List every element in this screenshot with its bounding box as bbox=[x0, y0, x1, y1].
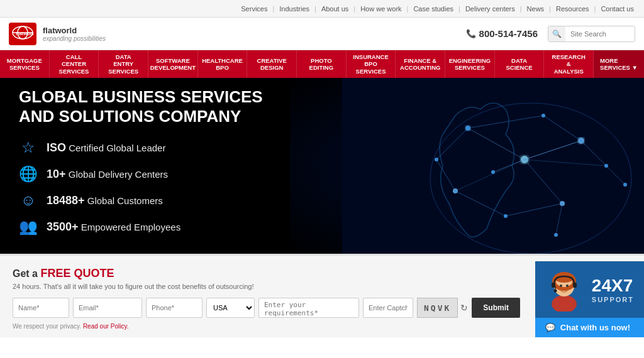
svg-point-37 bbox=[560, 285, 562, 287]
support-info: 24X7 SUPPORT bbox=[592, 276, 634, 303]
nav-research[interactable]: RESEARCH &ANALYSIS bbox=[544, 50, 594, 78]
nav-software[interactable]: SOFTWAREDEVELOPMENT bbox=[148, 50, 198, 78]
svg-rect-40 bbox=[573, 283, 577, 288]
hero-section: GLOBAL BUSINESS SERVICESAND SOLUTIONS CO… bbox=[0, 78, 644, 254]
nav-link-services[interactable]: Services bbox=[237, 5, 271, 13]
hero-background bbox=[290, 78, 644, 254]
nav-link-delivery[interactable]: Delivery centers bbox=[462, 5, 519, 13]
captcha-input[interactable] bbox=[363, 298, 413, 318]
submit-button[interactable]: Submit bbox=[472, 298, 520, 318]
email-input[interactable] bbox=[73, 298, 142, 318]
nav-finance[interactable]: FINANCE &ACCOUNTING bbox=[396, 50, 445, 78]
hero-title: GLOBAL BUSINESS SERVICESAND SOLUTIONS CO… bbox=[19, 87, 303, 126]
search-input[interactable] bbox=[565, 26, 635, 41]
hero-stat-customers: ☺ 18488+ Global Customers bbox=[19, 192, 303, 209]
captcha-refresh-icon[interactable]: ↻ bbox=[460, 303, 468, 313]
phone-input[interactable] bbox=[146, 298, 203, 318]
nav-link-industries[interactable]: Industries bbox=[275, 5, 313, 13]
chat-now-bar[interactable]: 💬 Chat with us now! bbox=[535, 318, 644, 337]
support-widget: 24X7 SUPPORT 💬 Chat with us now! bbox=[535, 261, 644, 337]
nav-link-contact[interactable]: Contact us bbox=[597, 5, 638, 13]
search-icon: 🔍 bbox=[548, 26, 565, 41]
top-bar: Services | Industries | About us | How w… bbox=[0, 0, 644, 18]
nav-mortgage[interactable]: MORTGAGESERVICES bbox=[0, 50, 50, 78]
nav-link-news[interactable]: News bbox=[523, 5, 548, 13]
nav-healthcare[interactable]: HEALTHCAREBPO bbox=[198, 50, 248, 78]
svg-point-33 bbox=[552, 295, 577, 312]
svg-text:flatworld: flatworld bbox=[16, 31, 34, 36]
nav-insurance[interactable]: INSURANCEBPO SERVICES bbox=[347, 50, 396, 78]
search-box[interactable]: 🔍 bbox=[548, 26, 635, 42]
hero-stat-delivery: 🌐 10+ Global Delivery Centers bbox=[19, 165, 303, 183]
nav-link-how[interactable]: How we work bbox=[357, 5, 405, 13]
captcha-box: NQVK ↻ bbox=[417, 298, 468, 318]
svg-point-38 bbox=[566, 285, 569, 287]
nav-link-about[interactable]: About us bbox=[318, 5, 352, 13]
star-icon: ☆ bbox=[19, 139, 38, 156]
nav-data[interactable]: DATASCIENCE bbox=[495, 50, 545, 78]
main-nav: MORTGAGESERVICES CALL CENTERSERVICES DAT… bbox=[0, 50, 644, 78]
support-247-label: 24X7 bbox=[592, 276, 633, 296]
svg-rect-39 bbox=[552, 283, 555, 288]
nav-link-cases[interactable]: Case studies bbox=[409, 5, 457, 13]
privacy-policy-link[interactable]: Read our Policy. bbox=[83, 323, 129, 330]
site-header: flatworld flatworld expanding possibilit… bbox=[0, 18, 644, 50]
nav-link-resources[interactable]: Resources bbox=[552, 5, 593, 13]
nav-more-services[interactable]: MORESERVICES ▼ bbox=[594, 50, 644, 78]
nav-dataentry[interactable]: DATA ENTRYSERVICES bbox=[99, 50, 148, 78]
chat-icon: 💬 bbox=[545, 323, 555, 332]
chat-label: Chat with us now! bbox=[560, 323, 630, 332]
nav-engineering[interactable]: ENGINEERINGSERVICES bbox=[445, 50, 495, 78]
phone-number: 📞 800-514-7456 bbox=[466, 28, 538, 39]
nav-photo[interactable]: PHOTOEDITING bbox=[297, 50, 347, 78]
agent-avatar bbox=[545, 268, 583, 312]
svg-rect-4 bbox=[342, 78, 644, 254]
hero-stat-employees: 👥 3500+ Empowered Employees bbox=[19, 218, 303, 236]
globe-icon: 🌐 bbox=[19, 165, 38, 183]
people-icon: 👥 bbox=[19, 218, 38, 236]
phone-icon: 📞 bbox=[466, 29, 476, 38]
support-word-label: SUPPORT bbox=[592, 296, 634, 303]
logo-icon[interactable]: flatworld bbox=[9, 23, 36, 45]
smile-icon: ☺ bbox=[19, 192, 38, 209]
nav-creative[interactable]: CREATIVEDESIGN bbox=[247, 50, 297, 78]
hero-content: GLOBAL BUSINESS SERVICESAND SOLUTIONS CO… bbox=[0, 78, 322, 254]
nav-callcenter[interactable]: CALL CENTERSERVICES bbox=[50, 50, 99, 78]
svg-point-42 bbox=[553, 290, 557, 293]
name-input[interactable] bbox=[13, 298, 69, 318]
country-select[interactable]: USA UK Canada Australia India bbox=[206, 298, 255, 318]
header-right: 📞 800-514-7456 🔍 bbox=[466, 26, 635, 42]
logo-area: flatworld flatworld expanding possibilit… bbox=[9, 23, 106, 45]
quote-wrapper: Get a FREE QUOTE 24 hours. That's all it… bbox=[0, 254, 644, 337]
captcha-image: NQVK bbox=[417, 298, 458, 318]
logo-symbol: flatworld bbox=[11, 24, 34, 43]
logo-tagline: flatworld expanding possibilities bbox=[43, 26, 106, 42]
requirements-input[interactable] bbox=[258, 298, 359, 318]
hero-stat-iso: ☆ ISO Certified Global Leader bbox=[19, 139, 303, 156]
top-nav-links: Services | Industries | About us | How w… bbox=[237, 5, 638, 13]
support-badge: 24X7 SUPPORT bbox=[535, 261, 644, 318]
